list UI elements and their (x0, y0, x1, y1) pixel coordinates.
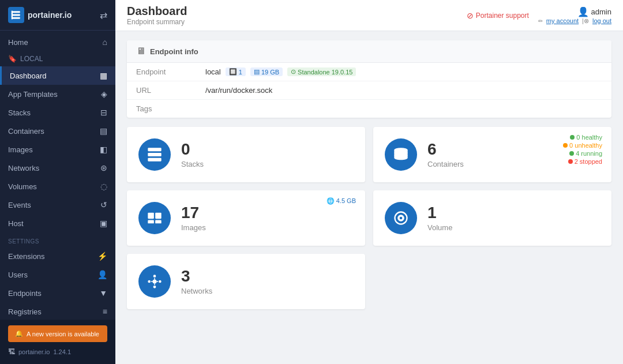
containers-icon: ▤ (100, 126, 107, 136)
containers-stats: 0 healthy 0 unhealthy 4 running 2 stoppe… (563, 134, 602, 165)
sidebar-item-volumes[interactable]: Volumes ◌ (0, 177, 115, 196)
svg-rect-8 (148, 213, 154, 219)
healthy-dot (570, 135, 575, 140)
sidebar-item-events[interactable]: Events ↺ (0, 196, 115, 214)
images-icon-circle (138, 202, 171, 234)
sidebar-version: 🏗 portainer.io 1.24.1 (8, 346, 107, 358)
endpoint-section-title: Endpoint info (150, 47, 198, 56)
admin-links: ✏ my account |⊗ log out (538, 17, 611, 25)
sidebar-item-networks[interactable]: Networks ⊛ (0, 159, 115, 177)
new-version-text: A new version is available (27, 331, 99, 337)
local-group-header: 🔖 LOCAL (0, 51, 115, 66)
sidebar-item-endpoints[interactable]: Endpoints ▼ (0, 284, 115, 302)
images-card[interactable]: 17 Images 🌐 4.5 GB (127, 190, 365, 246)
tags-row: Tags (127, 100, 611, 118)
images-stats: 🌐 4.5 GB (326, 197, 356, 205)
top-header: Dashboard Endpoint summary ⊘ Portainer s… (115, 0, 623, 31)
endpoint-name: local (205, 67, 221, 76)
sidebar-item-home[interactable]: Home ⌂ (0, 33, 115, 51)
svg-rect-6 (148, 158, 161, 162)
endpoint-info-card: 🖥 Endpoint info Endpoint local 🔲 1 ▤ 19 … (127, 40, 611, 118)
networks-count: 3 (181, 268, 354, 286)
stat-healthy: 0 healthy (570, 134, 602, 141)
containers-card[interactable]: 6 Containers 0 healthy 0 unhealthy 4 run… (373, 127, 611, 182)
sidebar-item-extensions[interactable]: Extensions ⚡ (0, 247, 115, 265)
endpoint-standalone-badge: ⊙ Standalone 19.0.15 (287, 67, 356, 76)
svg-rect-10 (148, 220, 154, 224)
stacks-label: Stacks (181, 160, 354, 168)
volumes-label: Volume (427, 223, 600, 232)
volumes-info: 1 Volume (427, 204, 600, 232)
sidebar-item-app-templates[interactable]: App Templates ◈ (0, 85, 115, 103)
networks-card[interactable]: 3 Networks (127, 254, 365, 309)
unhealthy-dot (563, 143, 568, 148)
stopped-dot (568, 159, 573, 164)
stat-stopped: 2 stopped (568, 158, 602, 165)
sidebar-item-registries[interactable]: Registries ≡ (0, 302, 115, 320)
volumes-card[interactable]: 1 Volume (373, 190, 611, 246)
svg-rect-9 (155, 213, 162, 219)
stacks-icon-circle (138, 138, 171, 171)
dashboard-icon: ▦ (100, 71, 107, 80)
sidebar: portainer.io ⇄ Home ⌂ 🔖 LOCAL Dashboard … (0, 0, 115, 364)
main-content: Dashboard Endpoint summary ⊘ Portainer s… (115, 0, 623, 364)
images-size: 🌐 4.5 GB (326, 197, 356, 205)
sidebar-item-host[interactable]: Host ▣ (0, 214, 115, 232)
networks-info: 3 Networks (181, 268, 354, 295)
stacks-icon: ⊟ (100, 108, 107, 117)
support-link[interactable]: ⊘ Portainer support (467, 11, 529, 20)
page-title-area: Dashboard Endpoint summary (127, 5, 187, 26)
url-label: URL (127, 81, 196, 100)
sidebar-logo[interactable]: portainer.io ⇄ (0, 0, 115, 31)
sidebar-toggle-icon[interactable]: ⇄ (100, 10, 107, 21)
sidebar-footer: 🔔 A new version is available 🏗 portainer… (0, 320, 115, 364)
dashboard-grid: 0 Stacks 6 Containers (127, 127, 611, 309)
logo-text: portainer.io (28, 10, 72, 20)
svg-rect-0 (12, 11, 20, 13)
volumes-icon-circle (385, 202, 417, 234)
registries-icon: ≡ (103, 307, 107, 316)
admin-section: 👤 admin ✏ my account |⊗ log out (538, 6, 611, 25)
stat-running: 4 running (569, 150, 602, 157)
sidebar-item-images[interactable]: Images ◧ (0, 140, 115, 159)
svg-point-16 (148, 280, 151, 283)
svg-point-19 (153, 286, 156, 288)
page-subtitle: Endpoint summary (127, 18, 187, 26)
admin-label: admin (591, 7, 611, 16)
endpoint-value: local 🔲 1 ▤ 19 GB ⊙ Standalone 19.0.15 (196, 63, 611, 81)
my-account-link[interactable]: my account (546, 17, 579, 24)
admin-avatar-icon: 👤 (577, 6, 589, 17)
endpoint-table: Endpoint local 🔲 1 ▤ 19 GB ⊙ Standalone … (127, 63, 611, 118)
portainer-logo-icon (8, 7, 24, 23)
networks-icon-circle (138, 265, 171, 298)
sidebar-item-users[interactable]: Users 👤 (0, 265, 115, 284)
users-icon: 👤 (97, 270, 107, 279)
home-icon: ⌂ (103, 37, 107, 47)
header-right: ⊘ Portainer support 👤 admin ✏ my account… (467, 6, 611, 25)
stacks-card[interactable]: 0 Stacks (127, 127, 365, 182)
endpoint-cpu-badge: 🔲 1 (226, 67, 246, 76)
endpoint-row: Endpoint local 🔲 1 ▤ 19 GB ⊙ Standalone … (127, 63, 611, 81)
version-number: 1.24.1 (53, 348, 71, 355)
local-label: LOCAL (20, 55, 43, 63)
svg-rect-4 (148, 148, 161, 151)
tags-label: Tags (127, 100, 196, 118)
host-icon: ▣ (100, 219, 107, 228)
svg-rect-2 (12, 17, 20, 19)
stat-unhealthy: 0 unhealthy (563, 142, 602, 149)
log-out-link[interactable]: log out (592, 17, 611, 24)
endpoint-label: Endpoint (127, 63, 196, 81)
sidebar-item-dashboard[interactable]: Dashboard ▦ (0, 66, 115, 85)
sidebar-item-stacks[interactable]: Stacks ⊟ (0, 103, 115, 122)
running-dot (569, 151, 574, 156)
sidebar-item-containers[interactable]: Containers ▤ (0, 122, 115, 140)
new-version-banner[interactable]: 🔔 A new version is available (8, 325, 107, 342)
images-icon: ◧ (100, 145, 107, 154)
events-icon: ↺ (100, 200, 107, 209)
endpoint-card-header: 🖥 Endpoint info (127, 40, 611, 63)
endpoints-icon: ▼ (99, 288, 107, 298)
sidebar-navigation: Home ⌂ 🔖 LOCAL Dashboard ▦ App Templates… (0, 31, 115, 320)
url-value: /var/run/docker.sock (196, 81, 611, 100)
stacks-info: 0 Stacks (181, 141, 354, 168)
images-info: 17 Images (181, 204, 354, 232)
